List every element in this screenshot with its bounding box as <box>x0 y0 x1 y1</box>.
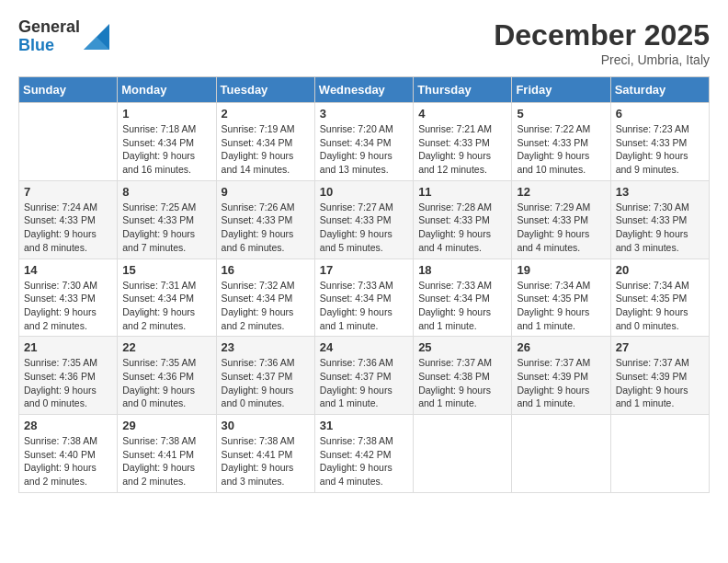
day-info: Sunrise: 7:25 AM Sunset: 4:33 PM Dayligh… <box>122 201 210 255</box>
day-number: 28 <box>24 419 112 432</box>
day-number: 26 <box>517 340 605 354</box>
logo: General Blue <box>18 18 109 55</box>
calendar-cell: 15Sunrise: 7:31 AM Sunset: 4:34 PM Dayli… <box>118 259 216 337</box>
calendar-cell: 30Sunrise: 7:38 AM Sunset: 4:41 PM Dayli… <box>216 415 314 493</box>
day-info: Sunrise: 7:30 AM Sunset: 4:33 PM Dayligh… <box>24 279 112 333</box>
weekday-header-sunday: Sunday <box>19 77 118 103</box>
day-number: 11 <box>418 185 506 199</box>
calendar-cell <box>19 103 118 181</box>
day-number: 8 <box>122 185 210 199</box>
calendar-cell: 17Sunrise: 7:33 AM Sunset: 4:34 PM Dayli… <box>314 259 413 337</box>
day-info: Sunrise: 7:30 AM Sunset: 4:33 PM Dayligh… <box>616 201 704 255</box>
weekday-header-monday: Monday <box>118 77 216 103</box>
day-info: Sunrise: 7:38 AM Sunset: 4:40 PM Dayligh… <box>24 434 112 488</box>
day-info: Sunrise: 7:34 AM Sunset: 4:35 PM Dayligh… <box>616 279 704 333</box>
day-number: 5 <box>517 107 605 121</box>
day-info: Sunrise: 7:32 AM Sunset: 4:34 PM Dayligh… <box>222 279 310 333</box>
day-info: Sunrise: 7:33 AM Sunset: 4:34 PM Dayligh… <box>418 279 506 333</box>
day-number: 25 <box>418 340 506 354</box>
calendar-cell: 10Sunrise: 7:27 AM Sunset: 4:33 PM Dayli… <box>314 180 413 259</box>
weekday-header-thursday: Thursday <box>414 77 512 103</box>
day-info: Sunrise: 7:36 AM Sunset: 4:37 PM Dayligh… <box>222 356 310 410</box>
day-info: Sunrise: 7:38 AM Sunset: 4:41 PM Dayligh… <box>122 434 210 488</box>
day-number: 2 <box>222 107 310 121</box>
day-info: Sunrise: 7:35 AM Sunset: 4:36 PM Dayligh… <box>122 356 210 410</box>
day-number: 9 <box>222 185 310 199</box>
month-title: December 2025 <box>494 18 710 52</box>
day-number: 6 <box>616 107 704 121</box>
day-number: 1 <box>122 107 210 121</box>
day-info: Sunrise: 7:34 AM Sunset: 4:35 PM Dayligh… <box>517 279 605 333</box>
calendar-cell: 22Sunrise: 7:35 AM Sunset: 4:36 PM Dayli… <box>118 337 216 415</box>
week-row-1: 7Sunrise: 7:24 AM Sunset: 4:33 PM Daylig… <box>19 180 710 259</box>
day-info: Sunrise: 7:36 AM Sunset: 4:37 PM Dayligh… <box>320 356 408 410</box>
calendar-cell: 11Sunrise: 7:28 AM Sunset: 4:33 PM Dayli… <box>414 180 512 259</box>
calendar-cell: 18Sunrise: 7:33 AM Sunset: 4:34 PM Dayli… <box>414 259 512 337</box>
calendar-cell: 19Sunrise: 7:34 AM Sunset: 4:35 PM Dayli… <box>512 259 610 337</box>
calendar-cell: 31Sunrise: 7:38 AM Sunset: 4:42 PM Dayli… <box>314 415 413 493</box>
calendar-cell: 26Sunrise: 7:37 AM Sunset: 4:39 PM Dayli… <box>512 337 610 415</box>
day-number: 12 <box>517 185 605 199</box>
day-info: Sunrise: 7:22 AM Sunset: 4:33 PM Dayligh… <box>517 122 605 177</box>
calendar-cell: 8Sunrise: 7:25 AM Sunset: 4:33 PM Daylig… <box>118 180 216 259</box>
week-row-2: 14Sunrise: 7:30 AM Sunset: 4:33 PM Dayli… <box>19 259 710 337</box>
day-info: Sunrise: 7:18 AM Sunset: 4:34 PM Dayligh… <box>122 122 210 177</box>
calendar-cell <box>610 415 709 493</box>
calendar-cell: 16Sunrise: 7:32 AM Sunset: 4:34 PM Dayli… <box>216 259 314 337</box>
day-info: Sunrise: 7:20 AM Sunset: 4:34 PM Dayligh… <box>320 122 408 177</box>
day-number: 10 <box>320 185 408 199</box>
day-info: Sunrise: 7:33 AM Sunset: 4:34 PM Dayligh… <box>320 279 408 333</box>
day-info: Sunrise: 7:24 AM Sunset: 4:33 PM Dayligh… <box>24 201 112 255</box>
day-number: 17 <box>320 263 408 277</box>
day-info: Sunrise: 7:23 AM Sunset: 4:33 PM Dayligh… <box>616 122 704 177</box>
calendar-cell: 2Sunrise: 7:19 AM Sunset: 4:34 PM Daylig… <box>216 103 314 181</box>
day-info: Sunrise: 7:37 AM Sunset: 4:38 PM Dayligh… <box>418 356 506 410</box>
day-info: Sunrise: 7:37 AM Sunset: 4:39 PM Dayligh… <box>517 356 605 410</box>
weekday-header-row: SundayMondayTuesdayWednesdayThursdayFrid… <box>19 77 710 103</box>
calendar-cell: 5Sunrise: 7:22 AM Sunset: 4:33 PM Daylig… <box>512 103 610 181</box>
day-info: Sunrise: 7:26 AM Sunset: 4:33 PM Dayligh… <box>222 201 310 255</box>
calendar: SundayMondayTuesdayWednesdayThursdayFrid… <box>18 76 710 493</box>
title-section: December 2025 Preci, Umbria, Italy <box>494 18 710 67</box>
page-header: General Blue December 2025 Preci, Umbria… <box>18 18 710 67</box>
location: Preci, Umbria, Italy <box>494 52 710 67</box>
day-number: 27 <box>616 340 704 354</box>
day-info: Sunrise: 7:29 AM Sunset: 4:33 PM Dayligh… <box>517 201 605 255</box>
weekday-header-tuesday: Tuesday <box>216 77 314 103</box>
week-row-3: 21Sunrise: 7:35 AM Sunset: 4:36 PM Dayli… <box>19 337 710 415</box>
day-number: 16 <box>222 263 310 277</box>
calendar-cell: 1Sunrise: 7:18 AM Sunset: 4:34 PM Daylig… <box>118 103 216 181</box>
calendar-cell: 24Sunrise: 7:36 AM Sunset: 4:37 PM Dayli… <box>314 337 413 415</box>
calendar-cell: 20Sunrise: 7:34 AM Sunset: 4:35 PM Dayli… <box>610 259 709 337</box>
day-number: 15 <box>122 263 210 277</box>
day-info: Sunrise: 7:31 AM Sunset: 4:34 PM Dayligh… <box>122 279 210 333</box>
logo-general: General <box>18 18 80 37</box>
calendar-cell: 7Sunrise: 7:24 AM Sunset: 4:33 PM Daylig… <box>19 180 118 259</box>
day-info: Sunrise: 7:19 AM Sunset: 4:34 PM Dayligh… <box>222 122 310 177</box>
day-number: 20 <box>616 263 704 277</box>
calendar-cell: 28Sunrise: 7:38 AM Sunset: 4:40 PM Dayli… <box>19 415 118 493</box>
calendar-cell: 29Sunrise: 7:38 AM Sunset: 4:41 PM Dayli… <box>118 415 216 493</box>
day-number: 23 <box>222 340 310 354</box>
calendar-cell <box>414 415 512 493</box>
weekday-header-wednesday: Wednesday <box>314 77 413 103</box>
day-number: 19 <box>517 263 605 277</box>
day-number: 30 <box>222 419 310 432</box>
day-number: 18 <box>418 263 506 277</box>
day-number: 3 <box>320 107 408 121</box>
calendar-cell: 12Sunrise: 7:29 AM Sunset: 4:33 PM Dayli… <box>512 180 610 259</box>
calendar-cell: 6Sunrise: 7:23 AM Sunset: 4:33 PM Daylig… <box>610 103 709 181</box>
calendar-cell: 27Sunrise: 7:37 AM Sunset: 4:39 PM Dayli… <box>610 337 709 415</box>
calendar-cell: 4Sunrise: 7:21 AM Sunset: 4:33 PM Daylig… <box>414 103 512 181</box>
week-row-4: 28Sunrise: 7:38 AM Sunset: 4:40 PM Dayli… <box>19 415 710 493</box>
day-number: 21 <box>24 340 112 354</box>
day-number: 14 <box>24 263 112 277</box>
day-number: 24 <box>320 340 408 354</box>
week-row-0: 1Sunrise: 7:18 AM Sunset: 4:34 PM Daylig… <box>19 103 710 181</box>
day-info: Sunrise: 7:21 AM Sunset: 4:33 PM Dayligh… <box>418 122 506 177</box>
day-info: Sunrise: 7:38 AM Sunset: 4:42 PM Dayligh… <box>320 434 408 488</box>
logo-icon <box>84 24 109 50</box>
logo-text: General Blue <box>18 18 80 55</box>
day-number: 31 <box>320 419 408 432</box>
day-number: 7 <box>24 185 112 199</box>
